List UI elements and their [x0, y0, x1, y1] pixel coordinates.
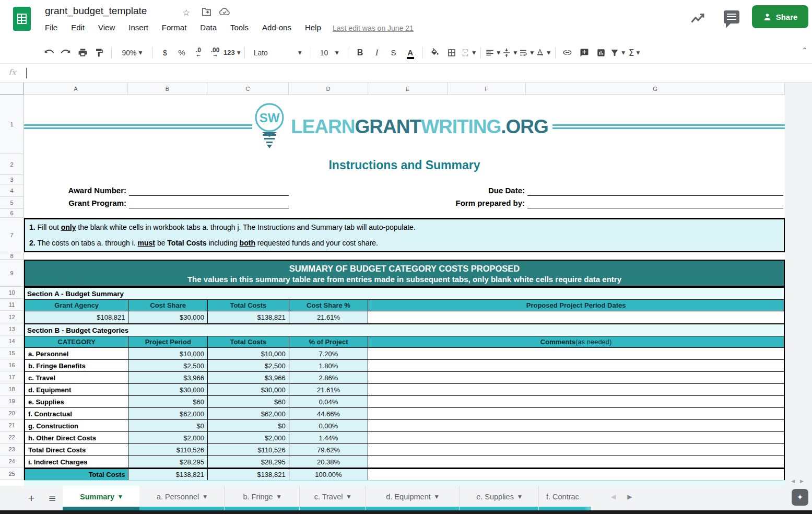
italic-button[interactable]: I	[369, 45, 385, 61]
tab-dropdown-icon[interactable]: ▼	[435, 494, 439, 499]
cell-total-project-period[interactable]: $138,821	[128, 469, 208, 480]
cell-grant-agency-value[interactable]: $108,821	[25, 311, 128, 323]
column-header-c[interactable]: C	[207, 83, 289, 95]
cell-category[interactable]: c. Travel	[25, 372, 128, 383]
cell-total-costs-value[interactable]: $138,821	[208, 469, 289, 480]
cell-total-label[interactable]: Total Costs	[25, 469, 128, 480]
cell-total-costs[interactable]: $2,000	[208, 432, 289, 443]
cell-pct[interactable]: 0.04%	[289, 396, 369, 407]
collapse-toolbar-icon[interactable]: ⌃	[802, 46, 808, 54]
cell-project-period[interactable]: $110,526	[128, 444, 208, 455]
tab-dropdown-icon[interactable]: ▼	[518, 494, 522, 499]
row-header[interactable]: 25	[0, 468, 24, 480]
borders-button[interactable]	[443, 45, 460, 61]
cell-project-period[interactable]: $0	[128, 420, 208, 431]
last-edit-link[interactable]: Last edit was on June 21	[333, 24, 414, 32]
section-b-label[interactable]: Section B - Budget Categories	[25, 324, 784, 336]
filter-button[interactable]: ▼	[609, 45, 626, 61]
row-header[interactable]: 21	[0, 419, 24, 431]
all-sheets-button[interactable]: ≡	[42, 486, 63, 510]
grant-program-field[interactable]	[129, 197, 289, 208]
text-wrap-button[interactable]: ▼	[518, 45, 535, 61]
tab-summary[interactable]: Summary▼	[63, 486, 139, 510]
cell-category[interactable]: a. Personnel	[25, 348, 128, 359]
cell-comment[interactable]	[368, 456, 784, 468]
row-header[interactable]: 14	[0, 335, 24, 347]
column-header-a[interactable]: A	[24, 83, 128, 95]
insights-icon[interactable]	[690, 11, 706, 27]
column-header-e[interactable]: E	[368, 83, 448, 95]
cell-category[interactable]: f. Contractual	[25, 408, 128, 419]
header-total-costs-b[interactable]: Total Costs	[208, 336, 289, 347]
cell-project-period[interactable]: $3,966	[128, 372, 208, 383]
vertical-scrollbar[interactable]	[785, 83, 812, 486]
header-grant-agency[interactable]: Grant Agency	[25, 300, 128, 311]
tab-dropdown-icon[interactable]: ▼	[203, 494, 207, 499]
cell-comment[interactable]	[368, 396, 784, 407]
menu-insert[interactable]: Insert	[128, 23, 148, 32]
row-header[interactable]: 13	[0, 323, 24, 335]
cell-category[interactable]: g. Construction	[25, 420, 128, 431]
cell-project-period[interactable]: $30,000	[128, 384, 208, 395]
document-title[interactable]: grant_budget_template	[45, 5, 147, 17]
cloud-status-icon[interactable]	[219, 7, 230, 18]
bold-button[interactable]: B	[352, 45, 369, 61]
row-header[interactable]: 17	[0, 371, 24, 383]
strikethrough-button[interactable]: S	[385, 45, 402, 61]
menu-format[interactable]: Format	[162, 23, 187, 32]
cell-project-period[interactable]: $62,000	[128, 408, 208, 419]
cell-project-period-dates[interactable]	[368, 311, 784, 323]
row-header[interactable]: 4	[0, 184, 24, 197]
column-header-b[interactable]: B	[128, 83, 207, 95]
header-comments[interactable]: Comments (as needed)	[368, 336, 784, 347]
cell-category[interactable]: i. Indirect Charges	[25, 456, 128, 468]
cell-project-period[interactable]: $60	[128, 396, 208, 407]
insert-comment-button[interactable]	[576, 45, 593, 61]
cell-project-period[interactable]: $2,000	[128, 432, 208, 443]
form-prepared-by-field[interactable]	[527, 197, 783, 208]
row-header[interactable]: 7	[0, 218, 24, 252]
sheets-logo-icon[interactable]	[13, 7, 31, 31]
move-folder-icon[interactable]	[202, 7, 211, 19]
cell-total-costs-value[interactable]: $138,821	[208, 311, 289, 323]
cell-comment[interactable]	[368, 348, 784, 359]
undo-button[interactable]	[41, 45, 57, 61]
row-header[interactable]: 5	[0, 197, 24, 209]
cell-category[interactable]: h. Other Direct Costs	[25, 432, 128, 443]
horizontal-align-button[interactable]: ▼	[485, 45, 501, 61]
cell-total-costs[interactable]: $110,526	[208, 444, 289, 455]
row-header[interactable]: 22	[0, 431, 24, 443]
cell-total-costs[interactable]: $30,000	[208, 384, 289, 395]
star-icon[interactable]: ☆	[182, 7, 190, 18]
cell-comment[interactable]	[368, 420, 784, 431]
cell-category[interactable]: Total Direct Costs	[25, 444, 128, 455]
row-header[interactable]: 11	[0, 299, 24, 311]
tab-fringe[interactable]: b. Fringe▼	[225, 486, 300, 510]
cell-total-comment[interactable]	[368, 469, 784, 480]
cell-pct[interactable]: 20.38%	[289, 456, 369, 468]
menu-help[interactable]: Help	[305, 23, 321, 32]
formula-bar[interactable]: fx	[0, 64, 812, 83]
row-header[interactable]: 24	[0, 455, 24, 468]
print-button[interactable]	[74, 45, 91, 61]
cell-pct[interactable]: 2.86%	[289, 372, 369, 383]
column-header-f[interactable]: F	[448, 83, 526, 95]
fill-color-button[interactable]	[427, 45, 443, 61]
tab-supplies[interactable]: e. Supplies▼	[460, 486, 539, 510]
cell-cost-share-pct-value[interactable]: 21.61%	[289, 311, 369, 323]
grid-corner[interactable]	[0, 83, 24, 95]
header-cost-share[interactable]: Cost Share	[128, 300, 208, 311]
cell-comment[interactable]	[368, 408, 784, 419]
cell-total-costs[interactable]: $62,000	[208, 408, 289, 419]
row-header[interactable]: 10	[0, 287, 24, 299]
section-a-label[interactable]: Section A - Budget Summary	[25, 288, 784, 299]
row-header[interactable]: 19	[0, 395, 24, 407]
format-currency-button[interactable]: $	[157, 45, 173, 61]
award-number-field[interactable]	[129, 184, 289, 196]
cell-pct[interactable]: 44.66%	[289, 408, 369, 419]
menu-tools[interactable]: Tools	[230, 23, 249, 32]
cell-project-period[interactable]: $10,000	[128, 348, 208, 359]
cell-total-pct[interactable]: 100.00%	[289, 469, 369, 480]
vertical-align-button[interactable]: ▼	[501, 45, 518, 61]
menu-view[interactable]: View	[98, 23, 115, 32]
